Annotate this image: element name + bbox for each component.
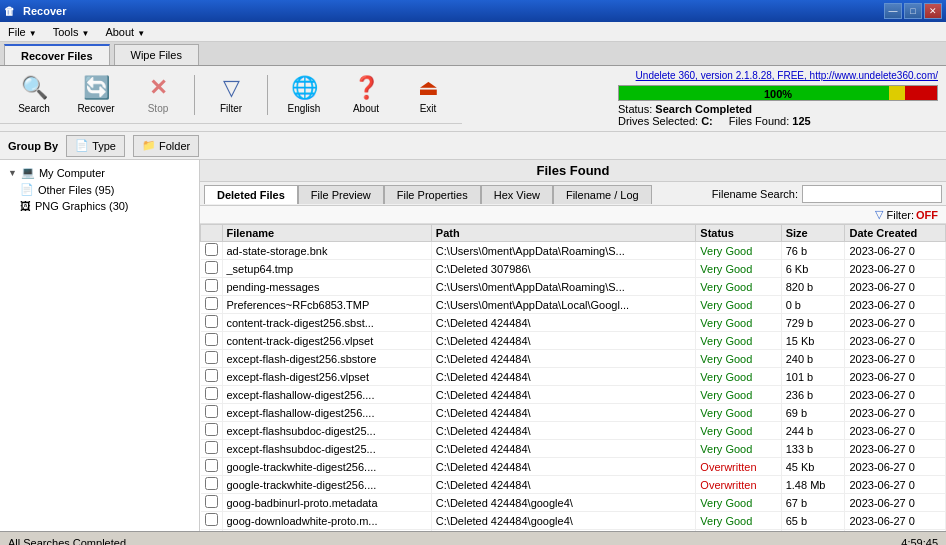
row-status: Very Good bbox=[696, 368, 781, 386]
row-checkbox[interactable] bbox=[201, 296, 223, 314]
th-status[interactable]: Status bbox=[696, 225, 781, 242]
menu-file[interactable]: File ▼ bbox=[0, 24, 45, 40]
row-status: Very Good bbox=[696, 404, 781, 422]
toolbar-row: 🔍 Search 🔄 Recover ✕ Stop ▽ Filter 🌐 Eng… bbox=[0, 66, 946, 132]
table-row: goog-downloadwhite-proto.m... C:\Deleted… bbox=[201, 512, 946, 530]
table-row: google-trackwhite-digest256.... C:\Delet… bbox=[201, 476, 946, 494]
files-found-header: Files Found bbox=[200, 160, 946, 182]
row-checkbox[interactable] bbox=[201, 350, 223, 368]
row-checkbox[interactable] bbox=[201, 422, 223, 440]
tab-file-properties[interactable]: File Properties bbox=[384, 185, 481, 204]
groupby-type-button[interactable]: 📄 Type bbox=[66, 135, 125, 157]
row-checkbox[interactable] bbox=[201, 530, 223, 532]
english-button[interactable]: 🌐 English bbox=[274, 69, 334, 121]
row-checkbox[interactable] bbox=[201, 368, 223, 386]
row-path: C:\Deleted 424484\ bbox=[431, 458, 696, 476]
row-checkbox[interactable] bbox=[201, 242, 223, 260]
tab-recover-files[interactable]: Recover Files bbox=[4, 44, 110, 65]
row-size: 33 Kb bbox=[781, 530, 845, 532]
table-row: content-track-digest256.sbst... C:\Delet… bbox=[201, 314, 946, 332]
row-size: 1.48 Mb bbox=[781, 476, 845, 494]
menu-bar: File ▼ Tools ▼ About ▼ bbox=[0, 22, 946, 42]
minimize-button[interactable]: — bbox=[884, 3, 902, 19]
row-filename: google-trackwhite-digest256.... bbox=[222, 476, 431, 494]
row-checkbox[interactable] bbox=[201, 512, 223, 530]
row-status: Very Good bbox=[696, 512, 781, 530]
row-date: 2023-06-27 0 bbox=[845, 350, 946, 368]
row-checkbox[interactable] bbox=[201, 458, 223, 476]
row-status: Bad bbox=[696, 530, 781, 532]
progress-section: 100% Status: Search Completed Drives Sel… bbox=[618, 85, 938, 127]
row-date: 2023-06-27 0 bbox=[845, 242, 946, 260]
product-link[interactable]: Undelete 360, version 2.1.8.28, FREE, ht… bbox=[636, 70, 938, 81]
row-size: 101 b bbox=[781, 368, 845, 386]
menu-about[interactable]: About ▼ bbox=[97, 24, 153, 40]
row-size: 244 b bbox=[781, 422, 845, 440]
th-filename[interactable]: Filename bbox=[222, 225, 431, 242]
row-checkbox[interactable] bbox=[201, 278, 223, 296]
files-table: Filename Path Status Size Date Created a… bbox=[200, 224, 946, 531]
row-date: 2023-06-27 0 bbox=[845, 530, 946, 532]
table-row: pending-messages C:\Users\0ment\AppData\… bbox=[201, 278, 946, 296]
tree-item-otherfiles[interactable]: 📄 Other Files (95) bbox=[4, 181, 195, 198]
row-checkbox[interactable] bbox=[201, 494, 223, 512]
th-size[interactable]: Size bbox=[781, 225, 845, 242]
tab-file-preview[interactable]: File Preview bbox=[298, 185, 384, 204]
row-checkbox[interactable] bbox=[201, 260, 223, 278]
row-filename: ad-state-storage.bnk bbox=[222, 242, 431, 260]
row-date: 2023-06-27 0 bbox=[845, 440, 946, 458]
exit-button[interactable]: ⏏ Exit bbox=[398, 69, 458, 121]
th-date[interactable]: Date Created bbox=[845, 225, 946, 242]
row-status: Very Good bbox=[696, 350, 781, 368]
recover-button[interactable]: 🔄 Recover bbox=[66, 69, 126, 121]
groupby-folder-button[interactable]: 📁 Folder bbox=[133, 135, 199, 157]
filter-icon: ▽ bbox=[223, 75, 240, 101]
tab-filename-log[interactable]: Filename / Log bbox=[553, 185, 652, 204]
row-checkbox[interactable] bbox=[201, 314, 223, 332]
filter-button[interactable]: ▽ Filter bbox=[201, 69, 261, 121]
row-filename: content-track-digest256.vlpset bbox=[222, 332, 431, 350]
row-date: 2023-06-27 0 bbox=[845, 314, 946, 332]
row-status: Very Good bbox=[696, 314, 781, 332]
tree-panel: ▼ 💻 My Computer 📄 Other Files (95) 🖼 PNG… bbox=[0, 160, 200, 531]
image-icon: 🖼 bbox=[20, 200, 31, 212]
drives-info: Drives Selected: C: bbox=[618, 115, 713, 127]
row-path: C:\Deleted 424484\ bbox=[431, 368, 696, 386]
drive-files-row: Drives Selected: C: Files Found: 125 bbox=[618, 115, 938, 127]
about-button[interactable]: ❓ About bbox=[336, 69, 396, 121]
stop-button[interactable]: ✕ Stop bbox=[128, 69, 188, 121]
row-checkbox[interactable] bbox=[201, 386, 223, 404]
tab-deleted-files[interactable]: Deleted Files bbox=[204, 185, 298, 204]
search-button[interactable]: 🔍 Search bbox=[4, 69, 64, 121]
maximize-button[interactable]: □ bbox=[904, 3, 922, 19]
row-filename: except-flash-digest256.sbstore bbox=[222, 350, 431, 368]
table-row: ad-state-storage.bnk C:\Users\0ment\AppD… bbox=[201, 242, 946, 260]
row-path: C:\Deleted 424484\ bbox=[431, 332, 696, 350]
row-filename: pending-messages bbox=[222, 278, 431, 296]
row-status: Overwritten bbox=[696, 458, 781, 476]
row-checkbox[interactable] bbox=[201, 476, 223, 494]
tab-wipe-files[interactable]: Wipe Files bbox=[114, 44, 199, 65]
table-row: goog-downloadwhite-proto.vl... C:\Delete… bbox=[201, 530, 946, 532]
filter-toggle[interactable]: OFF bbox=[916, 209, 938, 221]
row-filename: google-trackwhite-digest256.... bbox=[222, 458, 431, 476]
row-filename: except-flashsubdoc-digest25... bbox=[222, 422, 431, 440]
tree-item-mycomputer[interactable]: ▼ 💻 My Computer bbox=[4, 164, 195, 181]
row-size: 236 b bbox=[781, 386, 845, 404]
groupby-label: Group By bbox=[8, 140, 58, 152]
menu-tools[interactable]: Tools ▼ bbox=[45, 24, 98, 40]
tree-item-pnggraphics[interactable]: 🖼 PNG Graphics (30) bbox=[4, 198, 195, 214]
table-row: except-flashallow-digest256.... C:\Delet… bbox=[201, 386, 946, 404]
th-path[interactable]: Path bbox=[431, 225, 696, 242]
status-bar: All Searches Completed 4:59:45 bbox=[0, 531, 946, 545]
close-button[interactable]: ✕ bbox=[924, 3, 942, 19]
th-checkbox[interactable] bbox=[201, 225, 223, 242]
row-filename: Preferences~RFcb6853.TMP bbox=[222, 296, 431, 314]
row-checkbox[interactable] bbox=[201, 332, 223, 350]
row-path: C:\Users\0ment\AppData\Roaming\S... bbox=[431, 278, 696, 296]
filename-search-input[interactable] bbox=[802, 185, 942, 203]
tab-hex-view[interactable]: Hex View bbox=[481, 185, 553, 204]
table-row: content-track-digest256.vlpset C:\Delete… bbox=[201, 332, 946, 350]
row-checkbox[interactable] bbox=[201, 440, 223, 458]
row-checkbox[interactable] bbox=[201, 404, 223, 422]
